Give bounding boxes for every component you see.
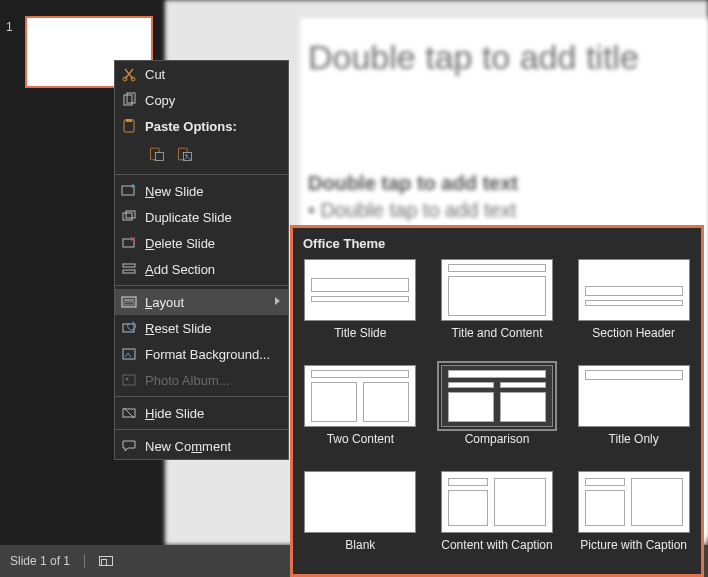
layout-option-label: Content with Caption [440, 539, 555, 553]
layout-option-label: Title Slide [303, 327, 418, 341]
menu-separator [115, 174, 288, 175]
layout-option-label: Section Header [576, 327, 691, 341]
menu-new-slide-label: NNew Slideew Slide [145, 184, 204, 199]
layout-option-titlecontent[interactable]: Title and Content [440, 259, 555, 341]
svg-rect-22 [123, 375, 135, 385]
menu-format-bg-label: Format Background... [145, 347, 270, 362]
status-divider [84, 554, 85, 568]
svg-rect-18 [124, 299, 134, 301]
svg-rect-13 [126, 211, 135, 218]
menu-hide-slide[interactable]: Hide SlideHide Slide [115, 400, 288, 426]
format-bg-icon [121, 346, 137, 362]
menu-hide-label: Hide SlideHide Slide [145, 406, 204, 421]
svg-point-10 [185, 154, 187, 156]
layout-thumb [304, 259, 416, 321]
layout-option-label: Comparison [440, 433, 555, 447]
layout-option-two[interactable]: Two Content [303, 365, 418, 447]
svg-rect-16 [123, 270, 135, 273]
scissors-icon [121, 66, 137, 82]
layout-option-section[interactable]: Section Header [576, 259, 691, 341]
menu-new-comment[interactable]: New CommentNew Comment [115, 433, 288, 459]
menu-copy[interactable]: Copy [115, 87, 288, 113]
add-section-icon [121, 261, 137, 277]
layout-thumb [441, 259, 553, 321]
layout-option-label: Title Only [576, 433, 691, 447]
svg-rect-5 [126, 119, 132, 122]
menu-add-section-label: Add SectionAdd Section [145, 262, 215, 277]
layout-thumb [304, 365, 416, 427]
menu-add-section[interactable]: Add SectionAdd Section [115, 256, 288, 282]
body-placeholder-bullet[interactable]: • Double tap to add text [308, 199, 702, 222]
svg-rect-11 [122, 186, 134, 195]
svg-rect-15 [123, 264, 135, 267]
menu-copy-label: Copy [145, 93, 175, 108]
menu-paste-options-header: Paste Options: [115, 113, 288, 139]
slide-context-menu: Cut Copy Paste Options: NNew Slideew Sli… [114, 60, 289, 460]
comment-icon [121, 438, 137, 454]
menu-reset-slide[interactable]: Reset SlideReset Slide [115, 315, 288, 341]
layout-option-titleslide[interactable]: Title Slide [303, 259, 418, 341]
menu-format-background[interactable]: Format Background... [115, 341, 288, 367]
menu-layout[interactable]: LayoutLayout [115, 289, 288, 315]
layout-option-cwc[interactable]: Content with Caption [440, 471, 555, 553]
menu-new-slide[interactable]: NNew Slideew Slide [115, 178, 288, 204]
layout-option-blank[interactable]: Blank [303, 471, 418, 553]
menu-separator [115, 429, 288, 430]
layout-thumb [578, 259, 690, 321]
slide-counter: Slide 1 of 1 [10, 554, 70, 568]
copy-icon [121, 92, 137, 108]
menu-delete-slide[interactable]: Delete SlideDelete Slide [115, 230, 288, 256]
menu-duplicate-label: Duplicate Slide [145, 210, 232, 225]
layout-thumb [304, 471, 416, 533]
svg-rect-19 [124, 302, 134, 305]
layout-option-comp[interactable]: Comparison [440, 365, 555, 447]
menu-paste-options-label: Paste Options: [145, 119, 237, 134]
layout-thumb [441, 365, 553, 427]
reset-slide-icon [121, 320, 137, 336]
menu-photo-album: Photo Album... [115, 367, 288, 393]
layout-thumb [578, 365, 690, 427]
clipboard-icon [121, 118, 137, 134]
new-slide-icon [121, 183, 137, 199]
layout-option-pwc[interactable]: Picture with Caption [576, 471, 691, 553]
layout-icon [121, 294, 137, 310]
delete-slide-icon [121, 235, 137, 251]
svg-rect-7 [156, 153, 164, 161]
menu-layout-label: LayoutLayout [145, 295, 184, 310]
paste-keep-formatting-icon[interactable] [149, 143, 165, 165]
svg-rect-12 [123, 213, 132, 220]
photo-album-icon [121, 372, 137, 388]
layout-flyout: Office Theme Title SlideTitle and Conten… [290, 225, 704, 577]
menu-photo-album-label: Photo Album... [145, 373, 230, 388]
layout-option-titleonly[interactable]: Title Only [576, 365, 691, 447]
menu-reset-label: Reset SlideReset Slide [145, 321, 211, 336]
menu-cut[interactable]: Cut [115, 61, 288, 87]
menu-cut-label: Cut [145, 67, 165, 82]
menu-delete-label: Delete SlideDelete Slide [145, 236, 215, 251]
view-mode-icon[interactable] [99, 556, 113, 566]
paste-options-row [115, 139, 288, 171]
layout-grid: Title SlideTitle and ContentSection Head… [303, 259, 691, 552]
duplicate-slide-icon [121, 209, 137, 225]
layout-option-label: Two Content [303, 433, 418, 447]
layout-thumb [578, 471, 690, 533]
layout-flyout-heading: Office Theme [303, 236, 691, 251]
title-placeholder[interactable]: Double tap to add title [308, 38, 702, 77]
menu-new-comment-label: New CommentNew Comment [145, 439, 231, 454]
svg-point-23 [126, 378, 129, 381]
layout-option-label: Picture with Caption [576, 539, 691, 553]
layout-thumb [441, 471, 553, 533]
menu-separator [115, 285, 288, 286]
hide-slide-icon [121, 405, 137, 421]
layout-option-label: Title and Content [440, 327, 555, 341]
paste-picture-icon[interactable] [177, 143, 193, 165]
menu-separator [115, 396, 288, 397]
slide-number-label: 1 [6, 20, 13, 34]
chevron-right-icon [275, 297, 280, 305]
menu-duplicate-slide[interactable]: Duplicate Slide [115, 204, 288, 230]
body-placeholder-header[interactable]: Double tap to add text [308, 172, 702, 195]
layout-option-label: Blank [303, 539, 418, 553]
